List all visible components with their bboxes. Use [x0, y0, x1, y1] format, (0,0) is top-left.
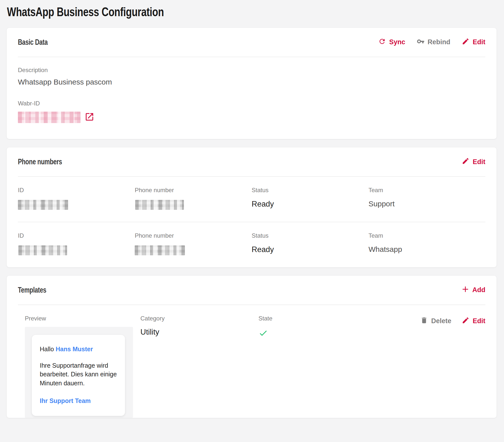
edit-button-label: Edit — [473, 38, 485, 46]
phone-numbers-title: Phone numbers — [18, 157, 75, 166]
category-cell: Category Utility — [140, 315, 258, 337]
phone-column-header: Phone number — [135, 187, 252, 194]
pencil-icon — [462, 316, 469, 326]
phone-redacted-value — [135, 200, 184, 210]
basic-data-card: Basic Data Sync Rebind Edit Description … — [7, 28, 497, 139]
state-cell: State — [258, 315, 420, 339]
status-column-header: Status — [252, 232, 369, 239]
team-value: Support — [369, 199, 485, 208]
basic-data-actions: Sync Rebind Edit — [378, 38, 485, 47]
status-value: Ready — [252, 199, 369, 209]
add-button-label: Add — [472, 286, 485, 294]
template-preview: Hallo Hans Muster Ihre Supportanfrage wi… — [25, 327, 133, 418]
refresh-icon — [378, 38, 386, 47]
id-redacted-value — [18, 245, 67, 255]
wabr-id-redacted-value — [18, 112, 81, 123]
category-column-header: Category — [140, 315, 258, 322]
preview-column-header: Preview — [25, 315, 140, 322]
external-link-icon[interactable] — [84, 112, 94, 123]
chat-recipient-name: Hans Muster — [56, 346, 93, 353]
description-label: Description — [18, 67, 485, 74]
rebind-button[interactable]: Rebind — [417, 38, 451, 47]
rebind-button-label: Rebind — [428, 38, 451, 46]
basic-data-header: Basic Data Sync Rebind Edit — [18, 28, 485, 57]
delete-button-label: Delete — [431, 317, 451, 325]
team-column-header: Team — [369, 232, 485, 239]
description-value: Whatsapp Business pascom — [18, 78, 485, 87]
category-value: Utility — [140, 327, 258, 337]
id-cell: ID — [18, 187, 135, 210]
status-cell: Status Ready — [252, 187, 369, 210]
team-cell: Team Whatsapp — [369, 232, 485, 255]
templates-actions: Add — [462, 285, 485, 295]
status-column-header: Status — [252, 187, 369, 194]
team-column-header: Team — [369, 187, 485, 194]
phone-redacted-value — [135, 245, 185, 255]
sync-button[interactable]: Sync — [378, 38, 405, 47]
preview-cell: Preview Hallo Hans Muster Ihre Supportan… — [25, 315, 140, 418]
status-value: Ready — [252, 245, 369, 254]
templates-header: Templates Add — [18, 276, 485, 305]
basic-data-edit-button[interactable]: Edit — [462, 38, 485, 47]
phone-numbers-card: Phone numbers Edit ID Phone number Statu… — [7, 147, 497, 267]
wabr-id-label: Wabr-ID — [18, 100, 485, 107]
add-template-button[interactable]: Add — [462, 285, 485, 295]
phone-numbers-actions: Edit — [462, 157, 485, 167]
templates-title: Templates — [18, 286, 54, 295]
edit-button-label: Edit — [473, 158, 485, 166]
phone-cell: Phone number — [135, 187, 252, 210]
status-cell: Status Ready — [252, 232, 369, 255]
id-cell: ID — [18, 232, 135, 255]
plus-icon — [462, 285, 469, 295]
edit-button-label: Edit — [473, 317, 485, 325]
page-title: WhatsApp Business Configuration — [7, 5, 504, 19]
id-column-header: ID — [18, 232, 135, 239]
template-row: Preview Hallo Hans Muster Ihre Supportan… — [25, 305, 485, 418]
wabr-id-value — [18, 112, 485, 123]
check-icon — [258, 334, 268, 339]
phone-numbers-edit-button[interactable]: Edit — [462, 157, 485, 167]
chat-body-text: Ihre Supportanfrage wird bearbeitet. Die… — [40, 361, 117, 388]
pencil-icon — [462, 38, 469, 47]
key-icon — [417, 38, 424, 47]
delete-template-button[interactable]: Delete — [420, 316, 451, 326]
phone-number-row: ID Phone number Status Ready Team Suppor… — [18, 177, 485, 222]
basic-data-title: Basic Data — [18, 38, 56, 47]
chat-greeting: Hallo Hans Muster — [40, 345, 117, 354]
chat-bubble: Hallo Hans Muster Ihre Supportanfrage wi… — [32, 335, 125, 416]
basic-data-body: Description Whatsapp Business pascom Wab… — [7, 57, 497, 139]
id-redacted-value — [18, 200, 68, 210]
state-column-header: State — [258, 315, 420, 322]
phone-cell: Phone number — [135, 232, 252, 255]
templates-card: Templates Add Preview Hallo Hans Muster … — [7, 276, 497, 418]
trash-icon — [420, 316, 428, 326]
pencil-icon — [462, 157, 469, 167]
team-value: Whatsapp — [369, 245, 485, 254]
chat-signature: Ihr Support Team — [40, 397, 117, 405]
phone-number-row: ID Phone number Status Ready Team Whatsa… — [18, 222, 485, 267]
id-column-header: ID — [18, 187, 135, 194]
phone-column-header: Phone number — [135, 232, 252, 239]
sync-button-label: Sync — [389, 38, 405, 46]
phone-numbers-header: Phone numbers Edit — [18, 147, 485, 177]
team-cell: Team Support — [369, 187, 485, 210]
template-row-actions: Delete Edit — [420, 316, 485, 326]
template-edit-button[interactable]: Edit — [462, 316, 485, 326]
